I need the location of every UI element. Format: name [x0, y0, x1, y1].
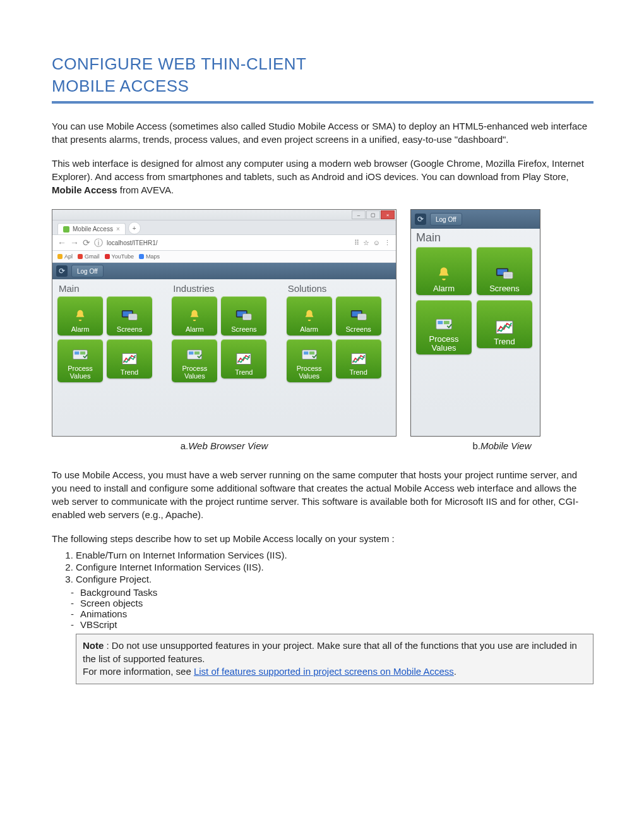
bm-youtube[interactable]: YouTube: [105, 253, 134, 260]
svg-rect-21: [304, 352, 308, 355]
screens-icon: [350, 308, 367, 324]
nav-back-icon[interactable]: ←: [57, 238, 66, 247]
intro-paragraph-1: You can use Mobile Access (sometimes als…: [52, 120, 593, 146]
tile-trend[interactable]: Trend: [107, 339, 152, 378]
svg-rect-30: [444, 321, 450, 324]
caption-a: Web Browser View: [188, 440, 268, 451]
svg-rect-13: [189, 352, 193, 355]
bell-icon: [186, 308, 203, 324]
page-title-line2: MOBILE ACCESS: [52, 76, 593, 96]
refresh-icon[interactable]: ⟳: [56, 265, 68, 277]
browser-address-bar: ← → ⟳ ⓘ localhost/ITEHR1/ ⠿ ☆ ☺ ⋮: [52, 235, 396, 251]
mobile-screenshot: ⟳ Log Off Main Alarm Screens Process Val…: [410, 209, 540, 437]
dashboard-columns: Main Alarm Screens Process Values Trend …: [52, 279, 396, 436]
tile-screens[interactable]: Screens: [107, 296, 152, 335]
step-item: Enable/Turn on Internet Information Serv…: [76, 550, 593, 560]
window-minimize-button[interactable]: –: [352, 210, 366, 219]
screenshot-row: – ▢ × Mobile Access × + ← → ⟳ ⓘ localhos…: [52, 209, 593, 437]
tile-trend[interactable]: Trend: [221, 339, 266, 378]
intro-paragraph-2: This web interface is designed for almos…: [52, 157, 593, 196]
logoff-button[interactable]: Log Off: [430, 213, 462, 226]
new-tab-button[interactable]: +: [128, 222, 141, 234]
note-text-1: : Do not use unsupported features in you…: [83, 640, 577, 664]
mobile-header: Main: [416, 231, 540, 245]
webapp-topbar: ⟳ Log Off: [52, 263, 396, 279]
svg-rect-11: [244, 315, 251, 319]
substeps-list: Background Tasks Screen objects Animatio…: [71, 587, 593, 630]
bm-gmail[interactable]: Gmail: [78, 253, 100, 260]
tile-alarm[interactable]: Alarm: [57, 296, 103, 335]
svg-rect-29: [438, 321, 443, 324]
profile-icon[interactable]: ☺: [373, 239, 380, 246]
tile-trend[interactable]: Trend: [336, 339, 381, 378]
caption-b: Mobile View: [480, 440, 532, 451]
caption-b-prefix: b.: [472, 440, 480, 451]
bell-icon: [301, 308, 318, 324]
refresh-icon[interactable]: ⟳: [415, 214, 426, 225]
caption-a-prefix: a.: [181, 440, 189, 451]
tile-alarm[interactable]: Alarm: [287, 296, 332, 335]
browser-tabbar: Mobile Access × +: [52, 221, 396, 235]
substep-item: Animations: [71, 608, 593, 619]
tile-screens[interactable]: Screens: [221, 296, 266, 335]
bm-maps[interactable]: Maps: [139, 253, 160, 260]
column-header: Industries: [173, 283, 276, 294]
tile-alarm[interactable]: Alarm: [416, 247, 472, 295]
tile-screens[interactable]: Screens: [336, 296, 381, 335]
tile-trend[interactable]: Trend: [477, 300, 532, 348]
webapp-area: ⟳ Log Off Main Alarm Screens Process Val…: [52, 263, 396, 436]
svg-rect-3: [129, 315, 136, 319]
bell-icon: [435, 266, 453, 282]
mobile-topbar: ⟳ Log Off: [411, 210, 540, 229]
substep-item: Screen objects: [71, 598, 593, 608]
tile-process-values[interactable]: Process Values: [57, 339, 103, 382]
mobile-tiles: Alarm Screens Process Values Trend: [411, 247, 540, 354]
nav-forward-icon[interactable]: →: [70, 238, 79, 247]
tab-close-icon[interactable]: ×: [116, 226, 120, 233]
site-info-icon[interactable]: ⓘ: [94, 238, 103, 247]
menu-kebab-icon[interactable]: ⋮: [384, 239, 391, 247]
page-title-line1: CONFIGURE WEB THIN-CLIENT: [52, 54, 593, 74]
note-text-2: For more information, see: [83, 666, 194, 677]
svg-rect-14: [194, 352, 200, 355]
window-maximize-button[interactable]: ▢: [366, 210, 380, 219]
column-header: Main: [59, 283, 162, 294]
bm-apps[interactable]: Apl: [57, 253, 73, 260]
trend-icon: [496, 319, 513, 335]
bookmarks-bar: Apl Gmail YouTube Maps: [52, 251, 396, 263]
process-values-icon: [186, 347, 203, 363]
screenshot-captions: a.Web Browser View b.Mobile View: [52, 440, 593, 451]
p2-bold: Mobile Access: [52, 184, 117, 195]
logoff-button[interactable]: Log Off: [71, 265, 104, 277]
note-box: Note : Do not use unsupported features i…: [76, 634, 593, 684]
p2-a: This web interface is designed for almos…: [52, 158, 584, 182]
bookmark-star-icon[interactable]: ☆: [363, 239, 369, 247]
svg-rect-19: [359, 315, 366, 319]
steps-list: Enable/Turn on Internet Information Serv…: [76, 550, 593, 584]
substep-item: Background Tasks: [71, 587, 593, 598]
screens-icon: [121, 308, 138, 324]
tile-alarm[interactable]: Alarm: [172, 296, 217, 335]
substep-item: VBScript: [71, 619, 593, 630]
tile-process-values[interactable]: Process Values: [416, 300, 472, 354]
svg-rect-22: [309, 352, 314, 355]
translate-icon[interactable]: ⠿: [354, 239, 359, 247]
nav-reload-icon[interactable]: ⟳: [83, 238, 90, 247]
trend-icon: [350, 351, 367, 367]
browser-tab[interactable]: Mobile Access ×: [57, 223, 126, 234]
url-text[interactable]: localhost/ITEHR1/: [107, 239, 350, 246]
tile-process-values[interactable]: Process Values: [172, 339, 217, 382]
column-industries: Industries Alarm Screens Process Values …: [172, 283, 276, 430]
process-values-icon: [435, 317, 453, 333]
tile-process-values[interactable]: Process Values: [287, 339, 332, 382]
paragraph-4: The following steps describe how to set …: [52, 533, 593, 546]
tile-screens[interactable]: Screens: [477, 247, 532, 295]
window-close-button[interactable]: ×: [381, 210, 395, 219]
note-link[interactable]: List of features supported in project sc…: [194, 666, 454, 677]
svg-rect-5: [75, 352, 79, 355]
bell-icon: [71, 308, 89, 324]
column-solutions: Solutions Alarm Screens Process Values T…: [287, 283, 391, 430]
process-values-icon: [301, 347, 318, 363]
note-label: Note: [83, 640, 104, 651]
paragraph-3: To use Mobile Access, you must have a we…: [52, 469, 593, 521]
